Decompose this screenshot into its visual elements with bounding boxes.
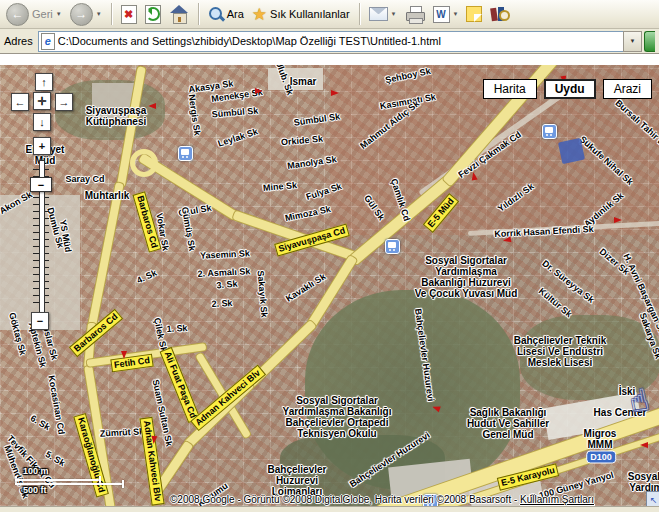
oneway-arrow-icon	[151, 436, 158, 444]
street-label: Çamlık Cd	[388, 177, 412, 222]
street-label: 3. Sk	[216, 279, 238, 292]
ie-page-icon: e	[41, 33, 55, 50]
browser-toolbar: ← Geri ▼ → ▼ ✖ Ara ★ Sık Kullanılanlar ▼…	[0, 0, 659, 29]
forward-button[interactable]: → ▼	[67, 2, 105, 27]
street-label: Sümbül Sk	[211, 105, 258, 120]
notes-button[interactable]	[463, 5, 485, 23]
word-dropdown-icon[interactable]: ▼	[453, 11, 459, 17]
street-label: Mimoza Sk	[284, 204, 332, 224]
place-label: Ismar	[290, 76, 317, 87]
search-label: Ara	[227, 8, 244, 20]
scale-bar: 100 m 500 ft	[15, 468, 127, 494]
go-button[interactable]	[644, 31, 655, 52]
bus-stop-icon[interactable]	[385, 239, 400, 254]
back-label: Geri	[32, 8, 53, 20]
street-label: Gül Sk	[361, 193, 386, 223]
forward-icon: →	[70, 3, 93, 26]
place-label: Sosyal Sigortalar Yardımlaşma Bakanlığı …	[415, 255, 518, 299]
place-label: Muhtarlık	[85, 190, 129, 201]
address-input[interactable]: e C:\Documents and Settings\zhibidy\Desk…	[38, 31, 624, 52]
oneway-arrow-icon	[640, 442, 648, 448]
street-label: 2. Asmalı Sk	[197, 266, 250, 280]
street-label: Bahçelievler Huzurevi	[412, 308, 436, 402]
forward-dropdown-icon[interactable]: ▼	[96, 11, 102, 17]
place-label: Sosyal Si Yardımla	[628, 471, 659, 493]
back-dropdown-icon[interactable]: ▼	[56, 11, 62, 17]
terms-link[interactable]: Kullanım Şartları	[520, 494, 594, 505]
refresh-button[interactable]	[142, 4, 164, 25]
street-label: Leylak Sk	[217, 126, 260, 149]
street-label: Şehboy Sk	[384, 66, 431, 86]
street-label: Bursalı Tahir B	[613, 98, 659, 149]
mail-icon	[369, 7, 388, 21]
print-button[interactable]	[402, 5, 428, 24]
bus-stop-icon[interactable]	[178, 146, 193, 161]
street-label: Zümrüt Sk	[99, 426, 144, 439]
pan-center-button[interactable]: ✛	[33, 92, 51, 110]
research-button[interactable]	[487, 5, 513, 23]
edit-word-button[interactable]: W ▼	[430, 5, 462, 24]
oneway-arrow-icon	[503, 236, 512, 243]
place-label: Bahçelievler Huzurevi Lojmanları	[268, 464, 327, 497]
zoom-out-button[interactable]: −	[31, 312, 49, 330]
map-type-harita-button[interactable]: Harita	[483, 79, 537, 99]
place-label: Sosyal Sigortalar Yardımlaşma Bakanlığı …	[283, 395, 392, 439]
oneway-arrow-icon	[331, 90, 339, 96]
map[interactable]: Akasya SkMenekşe SkSümbül SkSümbül SkLey…	[0, 65, 659, 506]
street-label: 1. Sk	[166, 323, 188, 335]
street-label: Yasemin Sk	[200, 248, 251, 262]
pan-up-button[interactable]: ↑	[35, 73, 53, 91]
street-label: Göktaş Sk	[6, 311, 28, 356]
mail-dropdown-icon[interactable]: ▼	[391, 11, 397, 17]
search-button[interactable]: Ara	[205, 5, 247, 23]
home-button[interactable]	[166, 4, 192, 24]
stop-button[interactable]: ✖	[118, 4, 140, 25]
bus-stop-icon[interactable]	[542, 124, 557, 139]
toolbar-separator	[111, 3, 112, 25]
home-icon	[169, 5, 189, 23]
street-label: Saray Cd	[65, 174, 104, 185]
oneway-arrow-icon	[470, 172, 477, 181]
pan-right-button[interactable]: →	[55, 93, 73, 111]
street-label: Akon Sk	[0, 189, 34, 217]
browser-window: { "browser": { "toolbar": {"back_label":…	[0, 0, 659, 512]
pan-down-button[interactable]: ↓	[33, 113, 51, 131]
map-type-uydu-button[interactable]: Uydu	[544, 79, 596, 99]
toolbar-separator	[359, 3, 360, 25]
scale-metric-label: 100 m	[23, 466, 49, 476]
stop-icon: ✖	[121, 5, 137, 24]
note-icon	[466, 6, 482, 22]
zoom-slider-handle[interactable]: −	[30, 177, 52, 192]
print-icon	[405, 6, 425, 23]
street-label: 2. Sk	[211, 298, 233, 310]
map-type-arazi-button[interactable]: Arazi	[603, 79, 652, 99]
pan-left-button[interactable]: ←	[11, 93, 29, 111]
place-label: Sağlık Bakanlığı Hudut Ve Sahiller Genel…	[467, 407, 549, 440]
back-icon: ←	[6, 3, 29, 26]
map-attribution: ©2008 Google - Görüntü ©2008 DigitalGlob…	[170, 494, 594, 505]
street-label: Kültür Sk	[536, 286, 574, 320]
road-label: Adnan Kahveci Blv	[190, 365, 265, 431]
street-label: 6. Sk	[28, 413, 52, 433]
street-label: Nergis Sk	[186, 94, 203, 137]
favorites-button[interactable]: ★ Sık Kullanılanlar	[249, 5, 353, 24]
oneway-arrow-icon	[431, 404, 441, 412]
mail-button[interactable]: ▼	[366, 6, 400, 22]
d100-road-shield: D100	[586, 451, 616, 464]
road-label: Barbaros Cd	[69, 309, 123, 358]
search-icon	[208, 6, 224, 22]
scale-imperial-label: 500 ft	[23, 485, 47, 495]
address-bar: Adres e C:\Documents and Settings\zhibid…	[0, 29, 659, 54]
map-type-switcher: Harita Uydu Arazi	[483, 79, 652, 99]
oneway-arrow-icon	[614, 217, 622, 223]
refresh-icon	[145, 5, 161, 24]
street-label: Mine Sk	[263, 180, 298, 194]
back-button[interactable]: ← Geri ▼	[3, 2, 65, 27]
zoom-in-button[interactable]: +	[33, 137, 51, 155]
word-icon: W	[433, 6, 450, 23]
street-label: Fevzi Çakmak Cd	[457, 129, 524, 180]
street-label: 4. Sk	[135, 268, 159, 287]
road-label: Siyavuşpaşa Cd	[274, 223, 350, 256]
street-label: Yıldızlı Sk	[496, 181, 536, 215]
address-dropdown-button[interactable]: ▼	[623, 31, 642, 52]
